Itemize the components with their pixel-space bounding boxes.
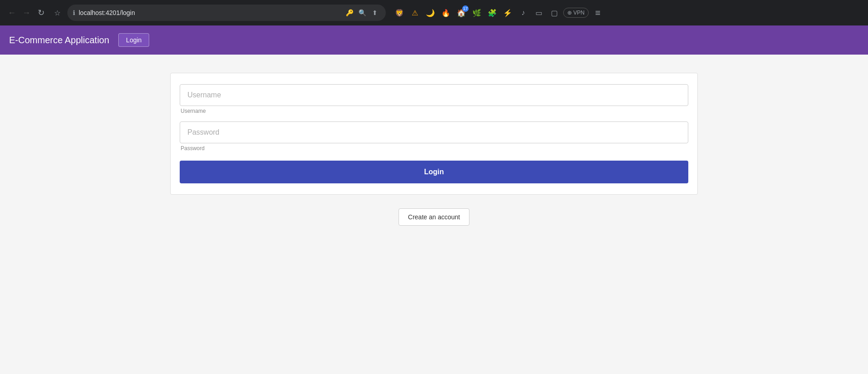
fire-icon[interactable]: 🔥 bbox=[439, 6, 452, 19]
username-group: Username bbox=[180, 84, 688, 114]
create-account-button[interactable]: Create an account bbox=[399, 208, 469, 226]
vpn-button[interactable]: ⊕ VPN bbox=[563, 8, 589, 18]
forward-button[interactable]: → bbox=[20, 6, 33, 19]
browser-extensions: 🦁 ⚠ 🌙 🔥 🏠 17 🌿 🧩 ⚡ ♪ ▭ ▢ ⊕ VPN ≡ bbox=[393, 6, 604, 19]
app-title: E-Commerce Application bbox=[9, 35, 109, 45]
brave-shield-icon[interactable]: 🦁 bbox=[393, 6, 406, 19]
address-bar[interactable]: ℹ localhost:4201/login 🔑 🔍 ⬆ bbox=[67, 5, 386, 21]
reload-button[interactable]: ↻ bbox=[35, 6, 47, 19]
url-text: localhost:4201/login bbox=[79, 9, 340, 16]
secure-icon: ℹ bbox=[73, 9, 75, 16]
puzzle-icon[interactable]: 🧩 bbox=[486, 6, 499, 19]
login-submit-button[interactable]: Login bbox=[180, 161, 688, 183]
bookmark-button[interactable]: ☆ bbox=[51, 6, 64, 19]
moon-icon[interactable]: 🌙 bbox=[424, 6, 437, 19]
badge-number: 17 bbox=[462, 5, 469, 12]
back-button[interactable]: ← bbox=[5, 6, 18, 19]
badge-extension[interactable]: 🏠 17 bbox=[455, 6, 468, 19]
warning-icon[interactable]: ⚠ bbox=[409, 6, 421, 19]
share-icon[interactable]: ⬆ bbox=[369, 7, 380, 18]
main-content: Username Password Login Create an accoun… bbox=[0, 55, 868, 374]
tablet-icon[interactable]: ▢ bbox=[548, 6, 560, 19]
password-input[interactable] bbox=[180, 121, 688, 143]
password-group: Password bbox=[180, 121, 688, 152]
login-card: Username Password Login bbox=[170, 73, 698, 195]
key-icon[interactable]: 🔑 bbox=[344, 7, 355, 18]
leaf-icon[interactable]: 🌿 bbox=[470, 6, 483, 19]
address-bar-actions: 🔑 🔍 ⬆ bbox=[344, 7, 380, 18]
music-icon[interactable]: ♪ bbox=[517, 6, 530, 19]
nav-login-button[interactable]: Login bbox=[118, 33, 149, 47]
username-label: Username bbox=[180, 108, 688, 114]
browser-chrome: ← → ↻ ☆ ℹ localhost:4201/login 🔑 🔍 ⬆ 🦁 ⚠… bbox=[0, 0, 868, 25]
browser-menu-button[interactable]: ≡ bbox=[591, 6, 604, 19]
app-navbar: E-Commerce Application Login bbox=[0, 25, 868, 55]
sidebar-icon[interactable]: ▭ bbox=[532, 6, 545, 19]
browser-nav-buttons: ← → ↻ bbox=[5, 6, 47, 19]
zoom-icon[interactable]: 🔍 bbox=[357, 7, 368, 18]
bolt-icon[interactable]: ⚡ bbox=[501, 6, 514, 19]
password-label: Password bbox=[180, 145, 688, 152]
username-input[interactable] bbox=[180, 84, 688, 106]
